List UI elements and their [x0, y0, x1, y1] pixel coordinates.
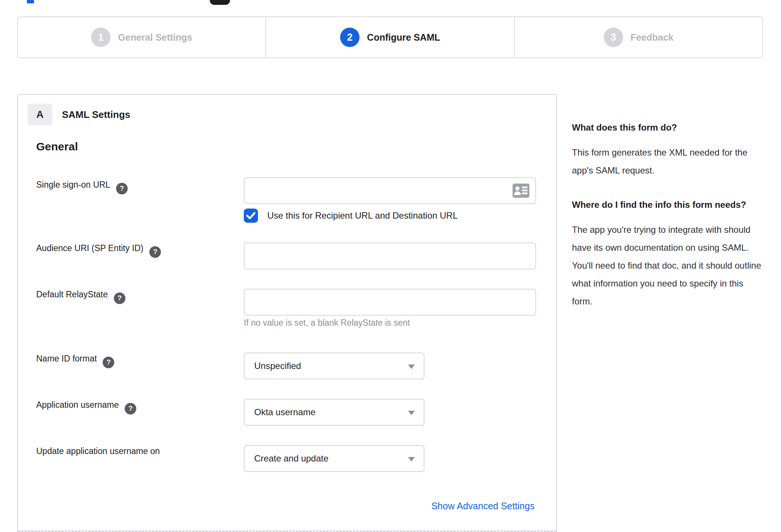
panel-title: SAML Settings — [62, 109, 130, 121]
sso-url-help-icon[interactable]: ? — [116, 183, 128, 194]
name-id-format-label: Name ID format? — [36, 354, 114, 368]
name-id-format-value: Unspecified — [254, 361, 301, 371]
chevron-down-icon — [408, 364, 415, 369]
contact-card-icon[interactable] — [513, 184, 529, 198]
general-group-heading: General — [36, 140, 78, 153]
audience-uri-label: Audience URI (SP Entity ID)? — [36, 243, 161, 258]
app-username-select[interactable]: Okta username — [244, 399, 424, 426]
relay-state-input[interactable] — [244, 289, 536, 316]
show-advanced-settings-link[interactable]: Show Advanced Settings — [431, 501, 535, 511]
step-label: Feedback — [631, 32, 673, 43]
audience-uri-input-wrap — [244, 242, 536, 269]
sidebar-heading-what: What does this form do? — [572, 119, 766, 136]
sidebar-body-what: This form generates the XML needed for t… — [572, 144, 766, 179]
help-sidebar: What does this form do? This form genera… — [572, 119, 766, 327]
sso-url-label: Single sign-on URL? — [36, 180, 128, 194]
name-id-format-help-icon[interactable]: ? — [103, 357, 114, 368]
wizard-stepper: 1 General Settings 2 Configure SAML 3 Fe… — [17, 16, 763, 58]
update-app-username-select[interactable]: Create and update — [244, 445, 424, 472]
step-configure-saml[interactable]: 2 Configure SAML — [265, 17, 514, 57]
audience-uri-help-icon[interactable]: ? — [149, 246, 161, 258]
relay-state-label: Default RelayState? — [36, 290, 125, 304]
recipient-url-checkbox[interactable] — [244, 209, 258, 223]
name-id-format-select[interactable]: Unspecified — [244, 353, 424, 379]
app-username-label: Application username? — [36, 400, 136, 414]
cutoff-blue-icon-fragment — [27, 0, 34, 3]
step-general-settings[interactable]: 1 General Settings — [18, 17, 265, 57]
saml-settings-panel: A SAML Settings General Single sign-on U… — [17, 94, 557, 532]
app-username-help-icon[interactable]: ? — [125, 403, 136, 414]
relay-state-help-icon[interactable]: ? — [114, 292, 125, 304]
sso-url-input-wrap — [244, 177, 536, 204]
chevron-down-icon — [408, 457, 415, 461]
panel-dashed-divider — [18, 531, 556, 532]
step-number-badge: 3 — [604, 28, 623, 47]
step-number-badge: 1 — [91, 28, 111, 47]
section-a-badge: A — [28, 104, 52, 125]
step-label: Configure SAML — [367, 32, 440, 43]
step-label: General Settings — [118, 32, 192, 43]
app-username-value: Okta username — [254, 407, 315, 417]
sidebar-heading-where: Where do I find the info this form needs… — [572, 196, 766, 213]
audience-uri-input[interactable] — [244, 242, 536, 269]
sso-url-input[interactable] — [244, 177, 536, 204]
step-number-badge: 2 — [340, 28, 360, 47]
step-feedback[interactable]: 3 Feedback — [514, 17, 762, 57]
cutoff-app-logo-fragment — [210, 0, 230, 5]
chevron-down-icon — [408, 411, 415, 415]
recipient-url-checkbox-label: Use this for Recipient URL and Destinati… — [267, 210, 458, 221]
sidebar-body-where: The app you're trying to integrate with … — [572, 221, 766, 310]
update-app-username-value: Create and update — [254, 453, 329, 464]
relay-state-hint: If no value is set, a blank RelayState i… — [244, 318, 410, 328]
relay-state-input-wrap — [244, 289, 536, 316]
recipient-url-checkbox-row: Use this for Recipient URL and Destinati… — [244, 209, 458, 223]
update-app-username-label: Update application username on — [36, 446, 160, 456]
